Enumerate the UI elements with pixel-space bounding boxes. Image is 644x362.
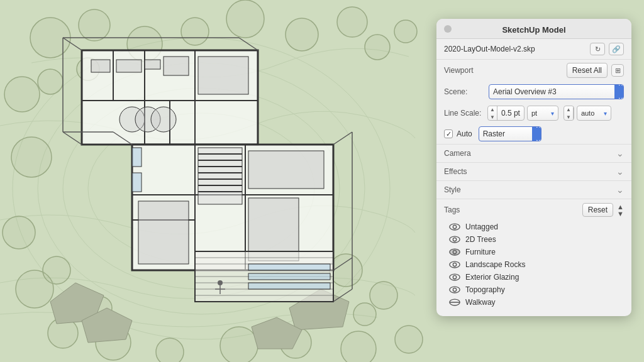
camera-chevron: ⌄: [616, 148, 624, 158]
svg-point-93: [450, 224, 460, 230]
svg-point-19: [156, 338, 184, 362]
scene-row: Scene: Aerial Overview #3 ⌃⌄: [436, 81, 631, 102]
svg-point-100: [453, 263, 456, 266]
auto-raster-row: ✓ Auto Raster ⌃⌄: [436, 124, 631, 144]
viewport-controls: Reset All ⊞: [567, 63, 624, 78]
line-scale-unit-select[interactable]: pt ▾: [527, 106, 558, 121]
spinner-arrows[interactable]: ▲ ▼: [488, 106, 497, 121]
auto-spinner[interactable]: ▲ ▼: [564, 106, 574, 121]
svg-rect-75: [248, 264, 330, 270]
eye-icon-untagged[interactable]: [449, 223, 460, 231]
svg-rect-44: [164, 57, 189, 75]
eye-icon-exterior-glazing[interactable]: [449, 273, 460, 281]
eye-icon-topography[interactable]: [449, 286, 460, 293]
unit-arrow: ▾: [551, 110, 554, 117]
svg-rect-54: [198, 148, 242, 204]
auto-spinner-up[interactable]: ▲: [564, 106, 573, 113]
svg-point-94: [453, 225, 456, 228]
tag-item-furniture: Furniture: [436, 246, 631, 258]
link-button[interactable]: 🔗: [609, 43, 624, 55]
auto-value: auto: [581, 109, 594, 117]
svg-point-12: [394, 20, 417, 43]
sketchup-model-panel: SketchUp Model 2020-LayOut-Model-v2.skp …: [436, 19, 631, 316]
spinner-down[interactable]: ▼: [488, 113, 497, 121]
svg-point-95: [450, 236, 460, 243]
style-section[interactable]: Style ⌄: [436, 180, 631, 199]
file-name: 2020-LayOut-Model-v2.skp: [444, 45, 535, 53]
svg-point-102: [453, 275, 456, 278]
house-sketch-area: [19, 19, 390, 339]
style-label: Style: [444, 185, 461, 194]
svg-rect-62: [248, 151, 324, 189]
effects-chevron: ⌄: [616, 167, 624, 177]
scene-label: Scene:: [444, 87, 485, 96]
effects-label: Effects: [444, 167, 467, 176]
eye-icon-2dtrees[interactable]: [449, 236, 460, 243]
eye-icon-landscape-rocks[interactable]: [449, 261, 460, 268]
tag-item-exterior-glazing: Exterior Glazing: [436, 271, 631, 283]
file-row: 2020-LayOut-Model-v2.skp ↻ 🔗: [436, 39, 631, 60]
tag-name-exterior-glazing: Exterior Glazing: [465, 273, 519, 282]
tags-header: Tags Reset ▲ ▼: [436, 199, 631, 221]
svg-line-82: [239, 38, 258, 50]
effects-section[interactable]: Effects ⌄: [436, 162, 631, 180]
tag-name-walkway: Walkway: [465, 298, 496, 307]
tag-name-topography: Topography: [465, 285, 505, 294]
camera-label: Camera: [444, 149, 471, 158]
tags-up-arrow[interactable]: ▲: [617, 204, 624, 210]
panel-header: SketchUp Model: [436, 19, 631, 39]
svg-rect-64: [138, 201, 189, 264]
panel-title: SketchUp Model: [502, 25, 565, 35]
auto-checkbox[interactable]: ✓: [444, 129, 453, 138]
auto-spinner-down[interactable]: ▼: [564, 113, 573, 121]
svg-line-85: [63, 132, 82, 145]
svg-line-88: [333, 132, 352, 145]
svg-line-89: [333, 258, 352, 270]
tag-name-landscape-rocks: Landscape Rocks: [465, 260, 525, 269]
svg-rect-76: [248, 273, 330, 280]
viewport-row: Viewport Reset All ⊞: [436, 60, 631, 81]
auto-select[interactable]: auto ▾: [577, 106, 611, 121]
tags-label: Tags: [444, 206, 460, 214]
svg-rect-45: [198, 57, 248, 94]
svg-point-23: [395, 326, 423, 353]
svg-rect-41: [91, 60, 110, 72]
tag-item-topography: Topography: [436, 283, 631, 296]
svg-point-103: [450, 287, 460, 293]
tags-reset-button[interactable]: Reset: [582, 203, 613, 217]
svg-rect-42: [116, 60, 142, 72]
raster-value: Raster: [483, 129, 505, 138]
svg-point-101: [450, 274, 460, 280]
tags-controls: Reset ▲ ▼: [582, 203, 624, 217]
svg-rect-74: [132, 173, 142, 192]
refresh-button[interactable]: ↻: [590, 43, 605, 55]
scene-arrow[interactable]: ⌃⌄: [614, 84, 624, 99]
reset-all-button[interactable]: Reset All: [567, 63, 608, 78]
tag-name-2dtrees: 2D Trees: [465, 235, 496, 244]
line-scale-unit: pt: [531, 109, 537, 117]
line-scale-spinner[interactable]: ▲ ▼ 0.5 pt: [487, 106, 525, 121]
spinner-up[interactable]: ▲: [488, 106, 497, 113]
camera-section[interactable]: Camera ⌄: [436, 144, 631, 162]
scene-select[interactable]: Aerial Overview #3 ⌃⌄: [489, 84, 624, 99]
viewport-icon-button[interactable]: ⊞: [611, 64, 624, 77]
panel-body: 2020-LayOut-Model-v2.skp ↻ 🔗 Viewport Re…: [436, 39, 631, 309]
scene-value: Aerial Overview #3: [493, 87, 557, 96]
tags-arrows[interactable]: ▲ ▼: [617, 204, 624, 217]
tag-item-landscape-rocks: Landscape Rocks: [436, 258, 631, 271]
auto-arrow: ▾: [604, 110, 607, 117]
svg-point-97: [450, 249, 460, 255]
eye-icon-walkway[interactable]: [449, 299, 460, 306]
tag-item-walkway: Walkway: [436, 296, 631, 309]
tag-item-2dtrees: 2D Trees: [436, 233, 631, 246]
tags-down-arrow[interactable]: ▼: [617, 211, 624, 217]
svg-line-81: [63, 38, 82, 50]
traffic-light[interactable]: [444, 25, 452, 33]
auto-spinner-arrows[interactable]: ▲ ▼: [564, 106, 574, 121]
svg-point-99: [450, 261, 460, 268]
tags-list: Untagged 2D Trees Furniture: [436, 221, 631, 309]
auto-label: Auto: [457, 129, 472, 138]
raster-select[interactable]: Raster ⌃⌄: [479, 126, 541, 141]
raster-arrow[interactable]: ⌃⌄: [532, 126, 541, 141]
eye-icon-furniture[interactable]: [449, 248, 460, 256]
